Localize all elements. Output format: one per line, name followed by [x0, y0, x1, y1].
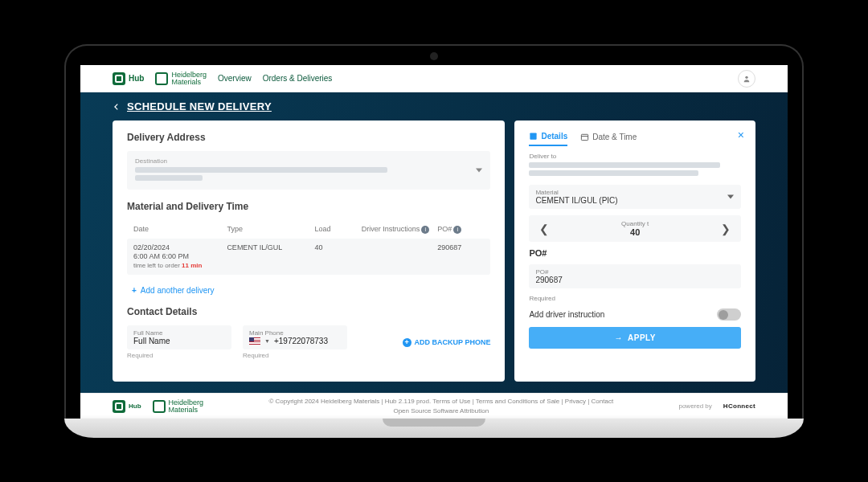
footer: Hub Heidelberg Materials © Copyright 202… — [80, 393, 788, 419]
qty-decrease[interactable]: ❮ — [537, 223, 551, 235]
details-icon — [529, 132, 538, 141]
close-icon[interactable]: × — [738, 129, 744, 141]
hm-logo-icon — [153, 400, 166, 413]
col-type: Type — [227, 225, 314, 233]
apply-button[interactable]: →APPLY — [529, 327, 741, 349]
qty-increase[interactable]: ❯ — [719, 223, 733, 235]
side-panel: Details Date & Time × Deliver to Materia… — [514, 120, 755, 382]
svg-point-0 — [745, 76, 747, 78]
time-left-value: 11 min — [182, 262, 202, 269]
footer-hm-logo[interactable]: Heidelberg Materials — [153, 399, 204, 414]
cell-type: CEMENT IL/GUL — [227, 243, 314, 251]
top-nav: Hub Heidelberg Materials Overview Orders… — [80, 65, 788, 92]
dest-label: Destination — [135, 157, 471, 165]
col-po: PO#i — [437, 225, 484, 234]
hm-logo[interactable]: Heidelberg Materials — [155, 71, 207, 86]
material-value: CEMENT IL/GUL (PIC) — [535, 196, 722, 205]
mainphone-required: Required — [243, 352, 347, 359]
contact-details-title: Contact Details — [127, 306, 490, 317]
hconnect-logo[interactable]: HConnect — [723, 402, 755, 410]
cell-load: 40 — [314, 243, 361, 251]
calendar-icon — [580, 133, 589, 141]
cell-date: 02/20/2024 6:00 AM 6:00 PM time left to … — [133, 243, 227, 271]
user-icon — [743, 75, 751, 83]
col-instructions: Driver Instructionsi — [362, 225, 438, 234]
col-date: Date — [133, 225, 227, 233]
info-icon[interactable]: i — [421, 226, 429, 234]
hm-logo-icon — [155, 72, 168, 85]
arrow-right-icon: → — [615, 333, 624, 342]
fullname-required: Required — [127, 352, 231, 359]
fullname-value: Full Name — [133, 337, 225, 345]
add-another-delivery[interactable]: +Add another delivery — [127, 283, 490, 298]
us-flag-icon[interactable] — [249, 337, 260, 345]
mainphone-field[interactable]: Main Phone ▼+19722078733 — [243, 325, 347, 349]
po-required: Required — [529, 295, 741, 302]
plus-circle-icon: + — [403, 338, 411, 347]
fullname-field[interactable]: Full Name Full Name — [127, 325, 231, 349]
po-value: 290687 — [535, 276, 735, 284]
main-form-panel: Delivery Address Destination Material an… — [113, 120, 505, 382]
quantity-stepper: ❮ Quantity t 40 ❯ — [529, 215, 741, 242]
hm-logo-text: Heidelberg Materials — [171, 71, 207, 86]
nav-overview[interactable]: Overview — [218, 74, 252, 83]
po-title: PO# — [529, 248, 741, 258]
table-row[interactable]: 02/20/2024 6:00 AM 6:00 PM time left to … — [127, 239, 490, 276]
plus-icon: + — [132, 286, 137, 295]
destination-select[interactable]: Destination — [127, 151, 490, 190]
flag-caret: ▼ — [264, 338, 270, 344]
delivery-table: Date Type Load Driver Instructionsi PO#i… — [127, 220, 490, 275]
nav-orders[interactable]: Orders & Deliveries — [263, 74, 333, 83]
po-input[interactable]: PO# 290687 — [529, 264, 741, 288]
svg-rect-1 — [530, 133, 537, 139]
footer-oss[interactable]: Open Source Software Attribution — [215, 406, 667, 415]
page-title: SCHEDULE NEW DELIVERY — [127, 100, 272, 112]
tab-details[interactable]: Details — [529, 132, 567, 146]
add-backup-phone[interactable]: +ADD BACKUP PHONE — [403, 338, 491, 347]
col-load: Load — [314, 225, 361, 233]
material-time-title: Material and Delivery Time — [127, 201, 490, 212]
side-tabs: Details Date & Time × — [529, 132, 741, 146]
page-header: SCHEDULE NEW DELIVERY — [113, 100, 755, 112]
info-icon[interactable]: i — [453, 226, 461, 234]
mainphone-value: +19722078733 — [274, 337, 328, 345]
footer-hub-logo[interactable]: Hub — [113, 400, 141, 413]
footer-copyright: © Copyright 2024 Heidelberg Materials | … — [215, 397, 667, 406]
hub-logo-icon — [113, 72, 125, 85]
svg-rect-2 — [582, 134, 588, 140]
driver-instruction-toggle[interactable] — [717, 308, 741, 321]
driver-instruction-label: Add driver instruction — [529, 310, 604, 319]
material-select[interactable]: Material CEMENT IL/GUL (PIC) — [529, 185, 741, 209]
delivery-address-title: Delivery Address — [127, 132, 490, 143]
deliver-to-block: Deliver to — [529, 153, 741, 178]
powered-by-label: powered by — [678, 402, 711, 410]
hub-logo-text: Hub — [129, 74, 144, 83]
deliver-to-label: Deliver to — [529, 153, 741, 160]
cell-po: 290687 — [437, 243, 484, 251]
user-avatar[interactable] — [738, 70, 755, 88]
hub-logo-icon — [113, 400, 125, 413]
back-chevron-icon[interactable] — [113, 103, 121, 111]
hub-logo[interactable]: Hub — [113, 72, 144, 85]
qty-value: 40 — [551, 227, 719, 237]
tab-datetime[interactable]: Date & Time — [580, 133, 637, 145]
